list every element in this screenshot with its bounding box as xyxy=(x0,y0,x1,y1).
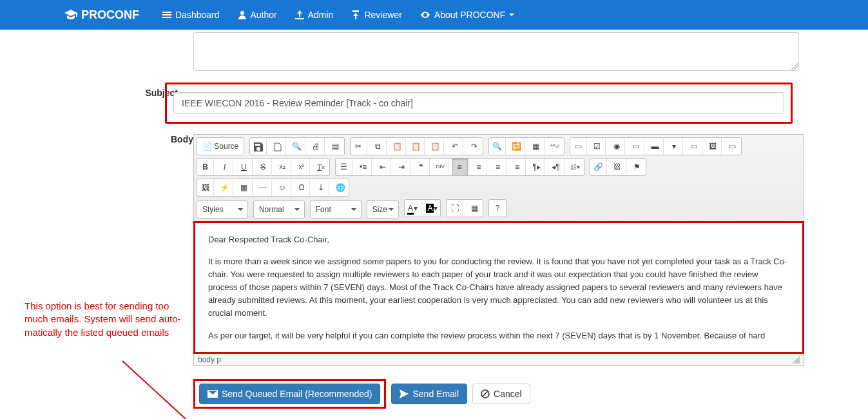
new-page-icon[interactable] xyxy=(269,138,286,155)
div-button[interactable]: DIV xyxy=(432,159,449,175)
nav-dashboard-label: Dashboard xyxy=(175,10,220,20)
show-blocks-button[interactable]: ▦ xyxy=(466,200,483,217)
bg-color-button[interactable]: A▾ xyxy=(423,200,440,217)
checkbox-icon[interactable]: ☑ xyxy=(589,138,606,155)
print-icon[interactable]: 🖨 xyxy=(308,138,325,155)
radio-icon[interactable]: ◉ xyxy=(608,138,625,155)
pagebreak-icon[interactable]: ⤓ xyxy=(313,179,329,196)
body-highlight-box: Dear Respected Track Co-Chair, It is mor… xyxy=(193,221,804,354)
preview-icon[interactable]: 🔍 xyxy=(289,138,305,155)
editor-content-area[interactable]: Dear Respected Track Co-Chair, It is mor… xyxy=(195,223,802,352)
maximize-button[interactable]: ⛶ xyxy=(447,200,463,217)
redo-icon[interactable]: ↷ xyxy=(466,138,483,155)
brand[interactable]: PROCONF xyxy=(64,8,139,22)
source-button[interactable]: 📄 Source xyxy=(197,138,244,155)
align-left-button[interactable]: ≡ xyxy=(452,159,468,175)
send-email-label: Send Email xyxy=(412,389,459,399)
nav-about[interactable]: About PROCONF xyxy=(411,2,523,28)
resize-grip-icon[interactable] xyxy=(792,356,800,364)
indent-button[interactable]: ⇥ xyxy=(394,159,410,175)
nav-admin[interactable]: Admin xyxy=(286,2,343,28)
subscript-button[interactable]: x₂ xyxy=(275,159,291,175)
subject-input[interactable] xyxy=(173,92,784,114)
save-icon[interactable] xyxy=(250,138,267,155)
font-combo[interactable]: Font xyxy=(310,200,362,219)
email-paragraph: As per our target, it will be very helpf… xyxy=(208,329,789,342)
source-label: Source xyxy=(214,142,238,151)
ban-icon xyxy=(481,389,490,398)
special-char-icon[interactable]: Ω xyxy=(293,179,310,196)
previous-textarea[interactable] xyxy=(193,32,799,71)
top-navbar: PROCONF Dashboard Author Admin Reviewer … xyxy=(0,0,868,30)
eye-icon xyxy=(420,10,430,19)
table-icon[interactable]: ▦ xyxy=(236,179,253,196)
underline-button[interactable]: U xyxy=(236,159,253,175)
chevron-down-icon xyxy=(509,14,514,16)
italic-button[interactable]: I xyxy=(217,159,233,175)
bulleted-list-button[interactable]: •≡ xyxy=(355,159,372,175)
align-right-button[interactable]: ≡ xyxy=(490,159,506,175)
subject-highlight-box xyxy=(165,83,793,124)
iframe-icon[interactable]: 🌐 xyxy=(332,179,349,196)
about-editor-button[interactable]: ? xyxy=(489,200,506,217)
blockquote-button[interactable]: ❝ xyxy=(413,159,430,175)
flash-icon[interactable]: ⚡ xyxy=(217,179,233,196)
form-icon[interactable]: ▭ xyxy=(570,138,587,155)
unlink-button[interactable]: ⛓ xyxy=(610,159,626,175)
nav-items: Dashboard Author Admin Reviewer About PR… xyxy=(153,2,523,28)
ltr-button[interactable]: ¶▸ xyxy=(528,159,545,175)
cut-icon[interactable]: ✂ xyxy=(351,138,367,155)
link-button[interactable]: 🔗 xyxy=(590,159,607,175)
language-button[interactable]: 話▾ xyxy=(567,159,584,175)
nav-about-label: About PROCONF xyxy=(434,10,505,20)
undo-icon[interactable]: ↶ xyxy=(447,138,463,155)
nav-reviewer[interactable]: Reviewer xyxy=(342,2,410,28)
image-icon[interactable]: 🖼 xyxy=(197,179,214,196)
cancel-button[interactable]: Cancel xyxy=(472,384,530,404)
styles-combo[interactable]: Styles xyxy=(197,200,248,219)
svg-rect-0 xyxy=(162,12,171,13)
image-button-icon[interactable]: 🖼 xyxy=(705,138,722,155)
anchor-button[interactable]: ⚑ xyxy=(629,159,646,175)
select-icon[interactable]: ▾ xyxy=(666,138,683,155)
strike-button[interactable]: S xyxy=(255,159,272,175)
bold-button[interactable]: B xyxy=(197,159,214,175)
paste-icon[interactable]: 📋 xyxy=(389,138,406,155)
editor-toolbar: 📄 Source 🔍 🖨 ▤ ✂ ⧉ 📋 xyxy=(194,135,804,222)
align-center-button[interactable]: ≡ xyxy=(470,159,487,175)
find-icon[interactable]: 🔍 xyxy=(489,138,506,155)
send-email-button[interactable]: Send Email xyxy=(391,384,467,404)
size-combo[interactable]: Size xyxy=(367,200,399,219)
copy-icon[interactable]: ⧉ xyxy=(370,138,387,155)
send-queued-highlight-box: Send Queued Email (Recommended) xyxy=(193,379,386,409)
smiley-icon[interactable]: ☺ xyxy=(275,179,291,196)
outdent-button[interactable]: ⇤ xyxy=(374,159,391,175)
annotation-arrow-icon xyxy=(97,348,213,419)
align-justify-button[interactable]: ≡ xyxy=(509,159,526,175)
rtl-button[interactable]: ◂¶ xyxy=(548,159,564,175)
brand-text: PROCONF xyxy=(81,8,139,22)
replace-icon[interactable]: 🔁 xyxy=(508,138,525,155)
hr-icon[interactable]: — xyxy=(255,179,272,196)
format-combo[interactable]: Normal xyxy=(253,200,305,219)
numbered-list-button[interactable]: ☰ xyxy=(336,159,352,175)
nav-dashboard[interactable]: Dashboard xyxy=(153,2,229,28)
send-queued-email-button[interactable]: Send Queued Email (Recommended) xyxy=(199,384,380,404)
templates-icon[interactable]: ▤ xyxy=(327,138,344,155)
annotation-text: This option is best for sending too much… xyxy=(24,300,192,339)
textfield-icon[interactable]: ▭ xyxy=(628,138,644,155)
remove-format-button[interactable]: T× xyxy=(313,159,329,175)
spellcheck-icon[interactable]: ᴬᴮ✓ xyxy=(547,138,564,155)
superscript-button[interactable]: x² xyxy=(293,159,310,175)
button-field-icon[interactable]: ▭ xyxy=(686,138,702,155)
hidden-field-icon[interactable]: ▭ xyxy=(724,138,741,155)
select-all-icon[interactable]: ▦ xyxy=(528,138,545,155)
nav-author[interactable]: Author xyxy=(229,2,286,28)
paste-text-icon[interactable]: 📋 xyxy=(408,138,425,155)
text-color-button[interactable]: A▾ xyxy=(405,200,421,217)
svg-line-7 xyxy=(483,391,488,396)
reviewer-icon xyxy=(351,10,360,19)
nav-reviewer-label: Reviewer xyxy=(364,10,401,20)
textarea-icon[interactable]: ▬ xyxy=(647,138,664,155)
paste-word-icon[interactable]: 📋 xyxy=(427,138,444,155)
